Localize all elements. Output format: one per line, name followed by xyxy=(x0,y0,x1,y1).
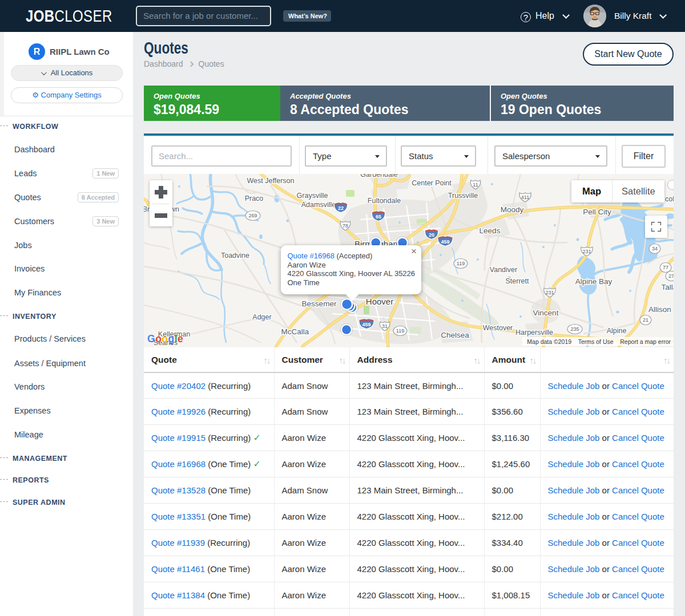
svg-text:Harpersville: Harpersville xyxy=(515,329,553,337)
svg-text:Vandiver: Vandiver xyxy=(490,266,517,274)
svg-text:Alpine Bay: Alpine Bay xyxy=(575,277,613,286)
svg-text:Westover: Westover xyxy=(483,324,513,332)
svg-text:77: 77 xyxy=(663,265,668,270)
svg-text:22: 22 xyxy=(338,205,344,211)
svg-text:Adamsville: Adamsville xyxy=(301,201,336,209)
svg-text:Chelsea: Chelsea xyxy=(441,331,469,339)
svg-text:459: 459 xyxy=(362,322,370,327)
svg-text:231: 231 xyxy=(545,290,554,295)
svg-text:West Jefferson: West Jefferson xyxy=(247,177,295,185)
svg-text:Adger: Adger xyxy=(252,313,271,321)
svg-text:31: 31 xyxy=(382,323,388,329)
svg-text:27: 27 xyxy=(668,273,674,279)
svg-text:Center Point: Center Point xyxy=(412,179,452,187)
svg-text:34: 34 xyxy=(652,246,658,252)
svg-text:Praco: Praco xyxy=(245,194,264,202)
svg-text:11: 11 xyxy=(473,182,478,188)
svg-text:Bessemer: Bessemer xyxy=(302,299,337,308)
svg-text:Graysville: Graysville xyxy=(297,192,328,200)
svg-text:Vincent: Vincent xyxy=(533,309,559,317)
svg-text:col: col xyxy=(665,195,674,203)
svg-text:119: 119 xyxy=(396,328,404,334)
svg-text:119: 119 xyxy=(457,261,465,266)
svg-text:Moody: Moody xyxy=(501,205,524,214)
svg-text:Sterrett: Sterrett xyxy=(506,277,530,285)
svg-text:Allison: Allison xyxy=(648,305,671,314)
svg-text:Gardendale: Gardendale xyxy=(360,174,397,179)
svg-text:Pell City: Pell City xyxy=(583,208,611,216)
svg-text:231: 231 xyxy=(582,249,591,254)
svg-text:269: 269 xyxy=(248,213,257,218)
svg-text:20: 20 xyxy=(429,232,434,238)
svg-text:Br: Br xyxy=(144,205,150,213)
svg-text:65: 65 xyxy=(376,214,381,220)
svg-text:Hoover: Hoover xyxy=(366,297,393,306)
svg-text:Trussville: Trussville xyxy=(448,192,478,200)
svg-text:21: 21 xyxy=(643,317,648,323)
svg-text:McCalla: McCalla xyxy=(281,327,309,336)
svg-text:Fultondale: Fultondale xyxy=(368,197,401,205)
svg-text:Leeds: Leeds xyxy=(480,226,501,235)
svg-text:411: 411 xyxy=(521,194,529,200)
svg-text:78: 78 xyxy=(342,223,348,229)
svg-text:459: 459 xyxy=(441,239,449,245)
svg-text:Alpine: Alpine xyxy=(607,327,627,335)
svg-text:Toadvine: Toadvine xyxy=(221,252,249,260)
svg-text:235: 235 xyxy=(570,326,579,332)
svg-text:Tallade: Tallade xyxy=(662,283,674,291)
